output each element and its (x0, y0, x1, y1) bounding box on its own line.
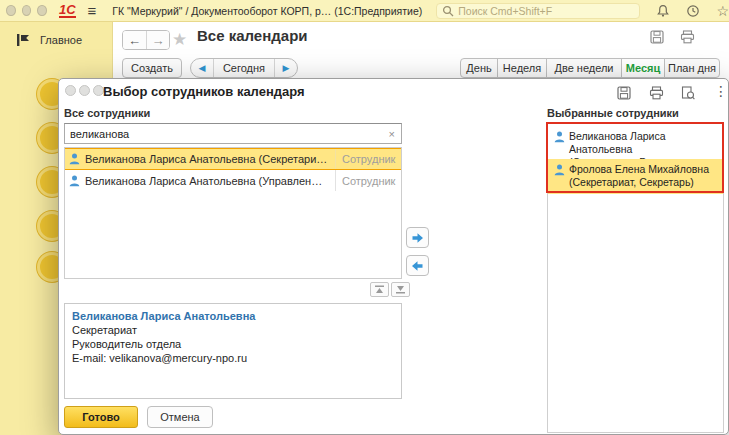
employee-row[interactable]: Великанова Лариса Анатольевна (Секретари… (65, 148, 401, 170)
all-employees-label: Все сотрудники (64, 107, 150, 119)
selected-employees-label: Выбранные сотрудники (547, 107, 679, 119)
dialog-print-icon[interactable] (649, 86, 664, 100)
sidebar-item-label: Главное (40, 34, 82, 46)
save-icon[interactable] (650, 30, 664, 44)
favorite-star-icon[interactable]: ★ (172, 29, 187, 50)
person-icon (69, 175, 80, 187)
global-search-input[interactable] (458, 5, 634, 17)
window-minimize-button[interactable] (22, 5, 32, 16)
dialog-save-icon[interactable] (617, 86, 631, 100)
previous-period-button[interactable]: ◀ (191, 59, 213, 77)
employee-search-input[interactable] (65, 128, 383, 140)
employee-type: Сотрудник (335, 149, 401, 169)
window-zoom-button[interactable] (37, 5, 47, 16)
dialog-preview-search-icon[interactable] (681, 86, 695, 100)
dialog-title: Выбор сотрудников календаря (103, 84, 305, 99)
done-button[interactable]: Готово (64, 406, 138, 428)
tab-day-plan[interactable]: План дня (664, 58, 720, 78)
employee-detail-email: E-mail: velikanova@mercury-npo.ru (72, 351, 394, 365)
dialog-close-button[interactable] (65, 85, 76, 96)
tab-week[interactable]: Неделя (497, 58, 547, 78)
flag-icon (16, 33, 30, 47)
back-arrow-button[interactable]: ← (123, 31, 146, 49)
forward-arrow-button[interactable]: → (146, 31, 169, 49)
hamburger-menu-icon[interactable]: ≡ (88, 6, 97, 16)
create-button[interactable]: Создать (122, 58, 182, 78)
clear-search-icon[interactable]: × (383, 128, 401, 140)
move-to-top-button[interactable] (370, 282, 389, 297)
selected-employee-row[interactable]: Фролова Елена Михайловна (Секретариат, С… (548, 159, 723, 194)
print-icon[interactable] (680, 30, 695, 44)
1c-logo: 1С (59, 3, 76, 18)
app-window-title: ГК "Меркурий" / Документооборот КОРП, р…… (112, 5, 422, 17)
all-employees-list: Великанова Лариса Анатольевна (Секретари… (64, 147, 402, 279)
window-titlebar: 1С ≡ ГК "Меркурий" / Документооборот КОР… (0, 0, 729, 22)
selected-employee-info: (Секретариат, Секретарь) (569, 176, 709, 189)
employee-details-pane: Великанова Лариса Анатольевна Секретариа… (64, 303, 402, 399)
employee-name: Великанова Лариса Анатольевна (Управлен… (85, 175, 322, 187)
search-icon (442, 5, 454, 17)
employee-row[interactable]: Великанова Лариса Анатольевна (Управлен…… (65, 170, 401, 191)
person-icon (69, 153, 80, 165)
employee-name: Великанова Лариса Анатольевна (Секретари… (85, 153, 327, 165)
remove-from-selected-button[interactable] (406, 255, 429, 276)
dialog-minimize-button[interactable] (79, 85, 90, 96)
page-title: Все календари (197, 27, 308, 44)
today-nav-group: ◀ Сегодня ▶ (190, 58, 298, 78)
tab-day[interactable]: День (460, 58, 498, 78)
selected-employee-name: Фролова Елена Михайловна (569, 163, 709, 176)
sidebar-item-main[interactable]: Главное (16, 33, 82, 47)
tab-month[interactable]: Месяц (621, 58, 665, 78)
employee-detail-department: Секретариат (72, 323, 394, 337)
employee-type: Сотрудник (335, 170, 401, 191)
tab-two-weeks[interactable]: Две недели (546, 58, 622, 78)
person-icon (554, 164, 565, 194)
history-clock-icon[interactable] (686, 4, 700, 18)
cancel-button[interactable]: Отмена (147, 406, 213, 428)
selected-employee-name: Великанова Лариса Анатольевна (569, 130, 721, 156)
person-icon (554, 131, 565, 159)
global-search-field[interactable] (436, 3, 640, 19)
employee-search-field[interactable]: × (64, 123, 402, 144)
add-to-selected-button[interactable] (406, 227, 429, 248)
arrow-right-icon (411, 232, 424, 244)
today-button[interactable]: Сегодня (213, 59, 275, 77)
favorites-star-icon[interactable]: ☆ (716, 3, 729, 19)
selected-employees-list: Великанова Лариса Анатольевна (Секретари… (547, 123, 724, 433)
employee-picker-dialog: Выбор сотрудников календаря ⋮ Все сотруд… (58, 78, 729, 435)
arrow-left-icon (411, 260, 424, 272)
calendar-view-tabs: День Неделя Две недели Месяц План дня (460, 58, 720, 78)
nav-history-group: ← → (122, 30, 170, 50)
next-period-button[interactable]: ▶ (275, 59, 297, 77)
employee-detail-position: Руководитель отдела (72, 337, 394, 351)
employee-detail-name-link[interactable]: Великанова Лариса Анатольевна (72, 309, 394, 323)
move-to-bottom-button[interactable] (391, 282, 410, 297)
notifications-bell-icon[interactable] (656, 4, 670, 18)
window-close-button[interactable] (6, 5, 16, 16)
selected-employee-row[interactable]: Великанова Лариса Анатольевна (Секретари… (548, 126, 723, 159)
dialog-more-kebab-icon[interactable]: ⋮ (714, 83, 728, 99)
